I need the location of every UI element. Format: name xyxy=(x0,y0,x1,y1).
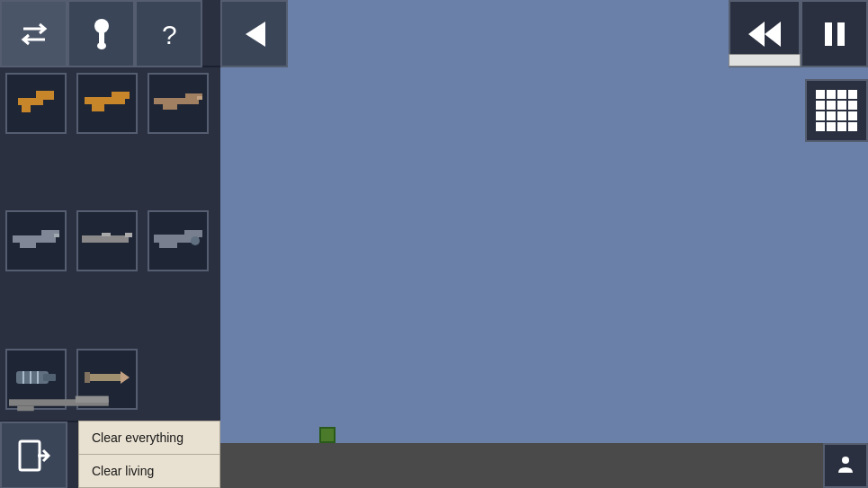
small-entity xyxy=(319,427,336,443)
pause-button[interactable] xyxy=(801,0,868,67)
ground xyxy=(220,443,868,488)
weapon-lmg[interactable] xyxy=(148,210,209,271)
weapon-smg[interactable] xyxy=(76,73,138,134)
sidebar: ? xyxy=(0,0,220,488)
svg-rect-41 xyxy=(825,22,832,46)
svg-marker-40 xyxy=(765,22,781,47)
item-button[interactable] xyxy=(67,0,135,67)
help-button[interactable]: ? xyxy=(135,0,202,67)
svg-rect-22 xyxy=(184,230,202,237)
svg-text:?: ? xyxy=(162,20,177,49)
back-button[interactable] xyxy=(220,0,288,67)
svg-rect-42 xyxy=(837,22,845,46)
swap-button[interactable] xyxy=(0,0,67,67)
svg-rect-13 xyxy=(197,96,202,100)
svg-marker-37 xyxy=(246,22,265,47)
svg-rect-12 xyxy=(163,104,177,110)
svg-point-0 xyxy=(94,19,109,33)
main-game-area[interactable] xyxy=(220,0,868,488)
svg-rect-9 xyxy=(92,104,104,111)
svg-rect-8 xyxy=(112,92,130,99)
context-menu: Clear everything Clear living xyxy=(78,421,220,488)
top-right-controls xyxy=(729,0,868,67)
svg-rect-6 xyxy=(22,105,31,112)
svg-rect-5 xyxy=(36,91,54,100)
svg-rect-16 xyxy=(20,243,36,248)
exit-button[interactable] xyxy=(0,421,67,488)
weapon-sniper[interactable] xyxy=(76,210,138,271)
grid-icon xyxy=(816,90,857,131)
svg-rect-32 xyxy=(85,372,90,383)
svg-rect-17 xyxy=(54,234,59,237)
sidebar-weapon-preview xyxy=(9,389,117,416)
weapon-rifle[interactable] xyxy=(148,73,209,134)
svg-rect-20 xyxy=(102,233,111,236)
svg-rect-35 xyxy=(17,406,33,412)
svg-point-24 xyxy=(191,236,200,245)
svg-rect-23 xyxy=(159,243,177,248)
weapon-assault[interactable] xyxy=(5,210,67,271)
bottom-right-person-icon[interactable] xyxy=(823,443,868,488)
toolbar: ? xyxy=(0,0,220,67)
svg-rect-36 xyxy=(20,441,40,470)
svg-point-2 xyxy=(97,42,106,49)
svg-rect-19 xyxy=(125,233,132,237)
svg-rect-18 xyxy=(82,235,129,243)
clear-living-button[interactable]: Clear living xyxy=(78,454,220,488)
svg-marker-39 xyxy=(748,22,765,47)
svg-rect-26 xyxy=(43,374,56,381)
weapon-pistol[interactable] xyxy=(5,73,67,134)
clear-everything-button[interactable]: Clear everything xyxy=(78,421,220,454)
speed-bar[interactable] xyxy=(729,54,801,67)
svg-point-38 xyxy=(842,457,849,464)
svg-marker-31 xyxy=(121,371,130,384)
grid-toggle-button[interactable] xyxy=(805,79,868,142)
svg-rect-34 xyxy=(76,396,109,403)
